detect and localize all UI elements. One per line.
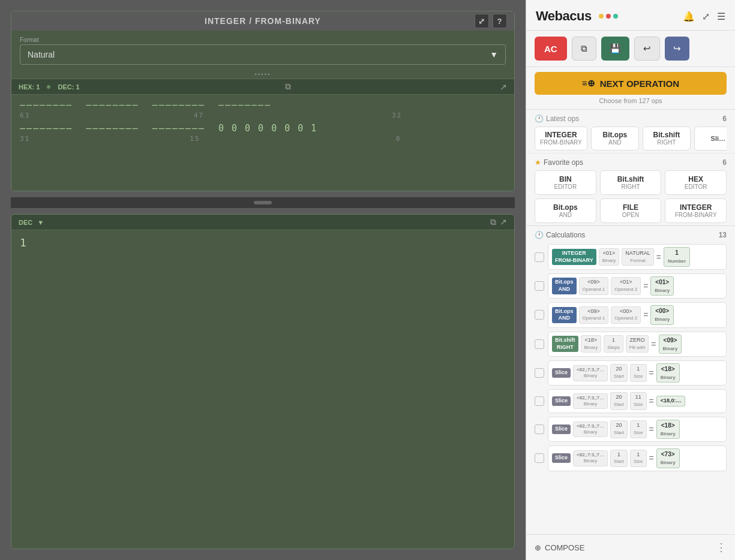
calc-param-0-1: NATURALFormat [622,248,653,266]
calc-op-4: Slice [552,368,571,378]
copy-icon[interactable]: ⧉ [285,82,291,92]
calc-op-1: Bit.opsAND [552,278,577,294]
calculations-title: 🕐 Calculations [535,231,585,239]
dec-icons: ⧉ ↗ [490,217,507,227]
menu-icon[interactable]: ☰ [717,11,725,22]
undo-button[interactable]: ↩ [634,37,660,61]
calc-row-7: Slice <82,;7:3,;7…Binary 1Start 1Size = … [535,445,727,471]
share-icon[interactable]: ⤢ [702,11,710,22]
export-icon[interactable]: ↗ [500,82,507,92]
dec-dropdown-label[interactable]: DEC [19,219,32,226]
calc-checkbox-6[interactable] [535,424,544,434]
calc-op-0: INTEGERFROM-BINARY [552,249,596,265]
compose-more-icon[interactable]: ⋮ [716,541,727,554]
fav-op-0[interactable]: BIN EDITOR [535,170,596,195]
fav-op-5-sub: FROM-BINARY [670,212,721,218]
fav-ops-count: 6 [722,158,727,167]
save-button[interactable]: 💾 [601,37,629,61]
calc-expr-7[interactable]: Slice <82,;7:3,;7…Binary 1Start 1Size = … [548,445,727,471]
dec-copy-icon[interactable]: ⧉ [490,217,496,227]
calc-param-0-0: <01>Binary [599,248,620,266]
format-select[interactable]: Natural ▼ [20,44,506,65]
latest-ops-count: 6 [722,115,727,123]
latest-op-1[interactable]: Bit.ops AND [591,127,639,150]
calc-param-4-1: 20Start [610,364,628,381]
calc-checkbox-1[interactable] [535,281,544,291]
fav-op-4[interactable]: FILE OPEN [600,198,662,223]
calc-op-5: Slice [552,396,571,406]
binary-top-text: ———————— ———————— ———————— ———————— [20,100,271,110]
dec-export-icon[interactable]: ↗ [500,217,507,227]
calc-checkbox-5[interactable] [535,396,544,406]
calc-equals-0: = [656,252,661,262]
fav-op-1[interactable]: Bit.shift RIGHT [600,170,662,195]
latest-ops-section: 🕐 Latest ops 6 INTEGER FROM-BINARY Bit.o… [526,110,735,153]
calc-param-3-0: <18>Binary [581,335,602,353]
webacus-header: Webacus 🔔 ⤢ ☰ [526,0,735,31]
fav-op-3[interactable]: Bit.ops AND [535,198,596,223]
calc-checkbox-3[interactable] [535,339,544,349]
redo-button[interactable]: ↪ [665,37,689,61]
calc-checkbox-0[interactable] [535,252,544,262]
dot-teal [613,14,618,19]
calc-expr-1[interactable]: Bit.opsAND <09>Operand 1 <01>Operand 2 =… [548,273,727,299]
hex-dec-bar: HEX: 1 DEC: 1 ⧉ ↗ [11,79,514,95]
dec-dropdown-arrow[interactable]: ▼ [37,219,44,226]
latest-op-3[interactable]: Sli… [694,127,727,150]
fav-op-1-main: Bit.shift [605,175,656,183]
calc-param-4-0: <82,;7:3,;7…Binary [573,365,608,381]
calc-param-7-1: 1Start [610,450,628,467]
latest-op-0[interactable]: INTEGER FROM-BINARY [535,127,587,150]
bit-num-32: 32 [308,112,506,119]
fav-op-5[interactable]: INTEGER FROM-BINARY [665,198,727,223]
expand-icon[interactable]: ⤢ [475,14,489,28]
calc-expr-4[interactable]: Slice <82,;7:3,;7…Binary 20Start 1Size =… [548,360,727,386]
fav-ops-grid: BIN EDITOR Bit.shift RIGHT HEX EDITOR Bi… [535,170,727,223]
calc-expr-6[interactable]: Slice <82,;7:3,;7…Binary 20Start 1Size =… [548,417,727,442]
latest-op-0-sub: FROM-BINARY [540,139,582,146]
calc-op-7: Slice [552,453,571,463]
calc-result-3: <09>Binary [659,335,682,354]
calc-op-2: Bit.opsAND [552,307,577,323]
calc-param-5-2: 11Size [630,392,647,410]
card-title: INTEGER / FROM-BINARY [20,16,506,26]
calc-expr-3[interactable]: Bit.shiftRIGHT <18>Binary 1Steps ZEROFil… [548,332,727,357]
dot-yellow [599,14,604,19]
calc-expr-0[interactable]: INTEGERFROM-BINARY <01>Binary NATURALFor… [548,244,727,269]
fav-op-3-sub: AND [540,212,591,218]
title-icons: ⤢ ? [475,14,507,28]
ac-button[interactable]: AC [535,37,567,61]
calc-checkbox-4[interactable] [535,368,544,378]
notification-icon[interactable]: 🔔 [683,11,695,22]
latest-op-2-main: Bit.shift [648,131,685,139]
help-icon[interactable]: ? [493,14,507,28]
calculations-section: 🕐 Calculations 13 INTEGERFROM-BINARY <01… [526,225,735,534]
copy-button[interactable]: ⧉ [572,37,596,61]
calc-checkbox-7[interactable] [535,453,544,463]
calc-param-6-0: <82,;7:3,;7…Binary [573,421,608,438]
fav-op-2-main: HEX [670,175,721,183]
compose-button[interactable]: ⊕ COMPOSE [535,543,584,552]
next-operation-button[interactable]: ≡⊕ NEXT OPERATION [535,72,727,95]
latest-op-1-main: Bit.ops [596,131,634,139]
calc-header: 🕐 Calculations 13 [535,231,727,239]
calc-equals-6: = [649,424,654,434]
fav-ops-section: ★ Favorite ops 6 BIN EDITOR Bit.shift RI… [526,153,735,225]
fav-op-2[interactable]: HEX EDITOR [665,170,727,195]
calc-expr-2[interactable]: Bit.opsAND <09>Operand 1 <00>Operand 2 =… [548,302,727,327]
header-actions: 🔔 ⤢ ☰ [683,11,725,22]
calc-equals-1: = [643,281,648,291]
calc-expr-5[interactable]: Slice <82,;7:3,;7…Binary 20Start 11Size … [548,389,727,413]
bit-num-31: 31 [20,135,130,143]
fav-op-0-sub: EDITOR [540,183,591,190]
fav-op-1-sub: RIGHT [605,183,656,190]
bit-num-0: 0 [300,135,506,143]
bit-num-47: 47 [134,112,308,119]
resize-handle[interactable] [11,197,515,208]
action-buttons: AC ⧉ 💾 ↩ ↪ [526,31,735,67]
calc-count: 13 [719,231,727,239]
latest-op-2[interactable]: Bit.shift RIGHT [643,127,691,150]
calc-result-7: <73>Binary [656,448,680,468]
calc-checkbox-2[interactable] [535,310,544,320]
calc-equals-5: = [649,396,654,406]
